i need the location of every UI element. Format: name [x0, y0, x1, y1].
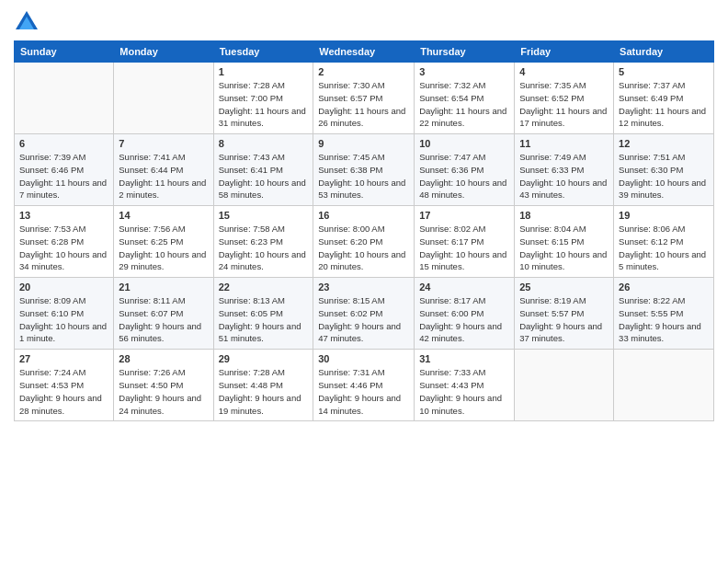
col-header-monday: Monday: [114, 41, 213, 63]
day-detail: Sunrise: 8:02 AM Sunset: 6:17 PM Dayligh…: [419, 223, 509, 273]
day-cell: 26Sunrise: 8:22 AM Sunset: 5:55 PM Dayli…: [614, 278, 714, 350]
col-header-wednesday: Wednesday: [313, 41, 415, 63]
day-cell: 3Sunrise: 7:32 AM Sunset: 6:54 PM Daylig…: [415, 63, 515, 134]
day-number: 1: [219, 66, 309, 77]
day-cell: 7Sunrise: 7:41 AM Sunset: 6:44 PM Daylig…: [114, 134, 213, 206]
day-number: 30: [318, 353, 409, 364]
day-cell: 6Sunrise: 7:39 AM Sunset: 6:46 PM Daylig…: [15, 134, 114, 206]
day-detail: Sunrise: 7:30 AM Sunset: 6:57 PM Dayligh…: [318, 79, 409, 130]
day-cell: 29Sunrise: 7:28 AM Sunset: 4:48 PM Dayli…: [213, 350, 313, 421]
day-detail: Sunrise: 7:41 AM Sunset: 6:44 PM Dayligh…: [119, 151, 208, 201]
day-number: 15: [219, 210, 309, 221]
week-row-3: 13Sunrise: 7:53 AM Sunset: 6:28 PM Dayli…: [15, 206, 714, 278]
day-detail: Sunrise: 8:22 AM Sunset: 5:55 PM Dayligh…: [619, 294, 709, 345]
day-cell: 10Sunrise: 7:47 AM Sunset: 6:36 PM Dayli…: [415, 134, 515, 206]
day-detail: Sunrise: 7:49 AM Sunset: 6:33 PM Dayligh…: [519, 151, 609, 201]
day-number: 6: [19, 138, 108, 149]
day-cell: 8Sunrise: 7:43 AM Sunset: 6:41 PM Daylig…: [213, 134, 313, 206]
day-cell: 4Sunrise: 7:35 AM Sunset: 6:52 PM Daylig…: [515, 63, 614, 134]
day-number: 25: [519, 282, 609, 293]
day-number: 19: [619, 210, 709, 221]
week-row-5: 27Sunrise: 7:24 AM Sunset: 4:53 PM Dayli…: [15, 350, 714, 421]
day-number: 13: [19, 210, 108, 221]
day-number: 8: [219, 138, 309, 149]
day-detail: Sunrise: 7:28 AM Sunset: 7:00 PM Dayligh…: [219, 79, 309, 130]
day-detail: Sunrise: 7:32 AM Sunset: 6:54 PM Dayligh…: [419, 79, 509, 130]
day-detail: Sunrise: 7:58 AM Sunset: 6:23 PM Dayligh…: [219, 223, 309, 273]
day-cell: [614, 350, 714, 421]
day-cell: 21Sunrise: 8:11 AM Sunset: 6:07 PM Dayli…: [114, 278, 213, 350]
day-cell: 1Sunrise: 7:28 AM Sunset: 7:00 PM Daylig…: [213, 63, 313, 134]
day-cell: 17Sunrise: 8:02 AM Sunset: 6:17 PM Dayli…: [415, 206, 515, 278]
day-number: 31: [419, 353, 509, 364]
day-number: 16: [318, 210, 409, 221]
day-number: 27: [19, 353, 108, 364]
day-number: 11: [519, 138, 609, 149]
day-number: 12: [619, 138, 709, 149]
day-number: 26: [619, 282, 709, 293]
day-detail: Sunrise: 7:43 AM Sunset: 6:41 PM Dayligh…: [219, 151, 309, 201]
logo: [14, 9, 43, 35]
col-header-sunday: Sunday: [15, 41, 114, 63]
day-number: 14: [119, 210, 208, 221]
day-number: 20: [19, 282, 108, 293]
day-detail: Sunrise: 7:56 AM Sunset: 6:25 PM Dayligh…: [119, 223, 208, 273]
day-detail: Sunrise: 8:09 AM Sunset: 6:10 PM Dayligh…: [19, 294, 108, 345]
day-detail: Sunrise: 7:53 AM Sunset: 6:28 PM Dayligh…: [19, 223, 108, 273]
day-number: 22: [219, 282, 309, 293]
day-cell: 27Sunrise: 7:24 AM Sunset: 4:53 PM Dayli…: [15, 350, 114, 421]
day-number: 5: [619, 66, 709, 77]
calendar-header-row: SundayMondayTuesdayWednesdayThursdayFrid…: [15, 41, 714, 63]
day-cell: 25Sunrise: 8:19 AM Sunset: 5:57 PM Dayli…: [515, 278, 614, 350]
day-cell: 11Sunrise: 7:49 AM Sunset: 6:33 PM Dayli…: [515, 134, 614, 206]
col-header-tuesday: Tuesday: [213, 41, 313, 63]
day-number: 23: [318, 282, 409, 293]
day-number: 28: [119, 353, 208, 364]
day-cell: 31Sunrise: 7:33 AM Sunset: 4:43 PM Dayli…: [415, 350, 515, 421]
day-cell: [114, 63, 213, 134]
day-detail: Sunrise: 8:17 AM Sunset: 6:00 PM Dayligh…: [419, 294, 509, 345]
day-detail: Sunrise: 8:06 AM Sunset: 6:12 PM Dayligh…: [619, 223, 709, 273]
logo-icon: [14, 9, 40, 35]
day-detail: Sunrise: 8:19 AM Sunset: 5:57 PM Dayligh…: [519, 294, 609, 345]
day-cell: 30Sunrise: 7:31 AM Sunset: 4:46 PM Dayli…: [313, 350, 415, 421]
calendar: SundayMondayTuesdayWednesdayThursdayFrid…: [14, 40, 714, 421]
day-detail: Sunrise: 8:15 AM Sunset: 6:02 PM Dayligh…: [318, 294, 409, 345]
day-cell: 14Sunrise: 7:56 AM Sunset: 6:25 PM Dayli…: [114, 206, 213, 278]
day-cell: 15Sunrise: 7:58 AM Sunset: 6:23 PM Dayli…: [213, 206, 313, 278]
col-header-friday: Friday: [515, 41, 614, 63]
day-number: 21: [119, 282, 208, 293]
day-number: 9: [318, 138, 409, 149]
day-number: 18: [519, 210, 609, 221]
day-cell: 2Sunrise: 7:30 AM Sunset: 6:57 PM Daylig…: [313, 63, 415, 134]
day-number: 4: [519, 66, 609, 77]
week-row-1: 1Sunrise: 7:28 AM Sunset: 7:00 PM Daylig…: [15, 63, 714, 134]
header: [14, 9, 714, 35]
day-cell: 13Sunrise: 7:53 AM Sunset: 6:28 PM Dayli…: [15, 206, 114, 278]
day-detail: Sunrise: 7:39 AM Sunset: 6:46 PM Dayligh…: [19, 151, 108, 201]
day-detail: Sunrise: 7:28 AM Sunset: 4:48 PM Dayligh…: [219, 366, 309, 417]
day-detail: Sunrise: 8:00 AM Sunset: 6:20 PM Dayligh…: [318, 223, 409, 273]
day-number: 3: [419, 66, 509, 77]
day-detail: Sunrise: 7:31 AM Sunset: 4:46 PM Dayligh…: [318, 366, 409, 417]
day-detail: Sunrise: 7:37 AM Sunset: 6:49 PM Dayligh…: [619, 79, 709, 130]
col-header-thursday: Thursday: [415, 41, 515, 63]
day-number: 2: [318, 66, 409, 77]
day-cell: 9Sunrise: 7:45 AM Sunset: 6:38 PM Daylig…: [313, 134, 415, 206]
day-cell: 19Sunrise: 8:06 AM Sunset: 6:12 PM Dayli…: [614, 206, 714, 278]
day-cell: 5Sunrise: 7:37 AM Sunset: 6:49 PM Daylig…: [614, 63, 714, 134]
day-cell: 23Sunrise: 8:15 AM Sunset: 6:02 PM Dayli…: [313, 278, 415, 350]
day-detail: Sunrise: 7:24 AM Sunset: 4:53 PM Dayligh…: [19, 366, 108, 417]
day-number: 29: [219, 353, 309, 364]
day-number: 24: [419, 282, 509, 293]
day-detail: Sunrise: 7:35 AM Sunset: 6:52 PM Dayligh…: [519, 79, 609, 130]
day-cell: 18Sunrise: 8:04 AM Sunset: 6:15 PM Dayli…: [515, 206, 614, 278]
day-cell: [515, 350, 614, 421]
page: SundayMondayTuesdayWednesdayThursdayFrid…: [0, 0, 728, 563]
day-cell: 12Sunrise: 7:51 AM Sunset: 6:30 PM Dayli…: [614, 134, 714, 206]
day-cell: 22Sunrise: 8:13 AM Sunset: 6:05 PM Dayli…: [213, 278, 313, 350]
day-cell: [15, 63, 114, 134]
week-row-2: 6Sunrise: 7:39 AM Sunset: 6:46 PM Daylig…: [15, 134, 714, 206]
day-detail: Sunrise: 8:13 AM Sunset: 6:05 PM Dayligh…: [219, 294, 309, 345]
day-detail: Sunrise: 7:33 AM Sunset: 4:43 PM Dayligh…: [419, 366, 509, 417]
